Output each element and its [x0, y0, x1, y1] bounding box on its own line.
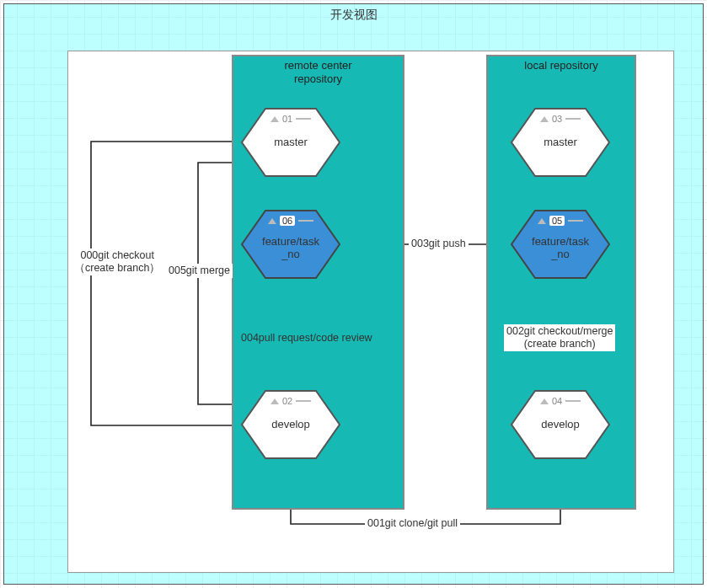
svg-marker-8	[512, 109, 609, 176]
diagram-outer-frame: 开发视图	[3, 3, 704, 585]
node-remote-master[interactable]: 01 master	[240, 107, 341, 178]
node-local-master[interactable]: 03 master	[510, 107, 611, 178]
node-local-feature[interactable]: 05 feature/task _no	[510, 209, 611, 280]
node-local-develop[interactable]: 04 develop	[510, 389, 611, 460]
svg-marker-10	[512, 391, 609, 458]
container-local-title: local repository	[488, 56, 635, 72]
svg-marker-5	[242, 109, 340, 176]
edge-label-004: 004pull request/code review	[238, 331, 375, 345]
edge-label-002: 002git checkout/merge (create branch)	[504, 324, 615, 351]
edge-label-001: 001git clone/git pull	[365, 516, 460, 531]
container-remote-title: remote center repository	[233, 56, 403, 85]
diagram-canvas: 开发视图	[0, 0, 707, 588]
svg-marker-7	[242, 391, 340, 458]
svg-marker-6	[242, 211, 340, 278]
edge-label-000: 000git checkout （create branch）	[72, 249, 163, 275]
edge-label-003: 003git push	[409, 237, 469, 251]
node-remote-feature[interactable]: 06 feature/task _no	[240, 209, 341, 280]
node-remote-develop[interactable]: 02 develop	[240, 389, 341, 460]
diagram-title: 开发视图	[4, 8, 703, 23]
svg-marker-9	[512, 211, 609, 278]
edge-label-005: 005git merge	[166, 264, 233, 278]
